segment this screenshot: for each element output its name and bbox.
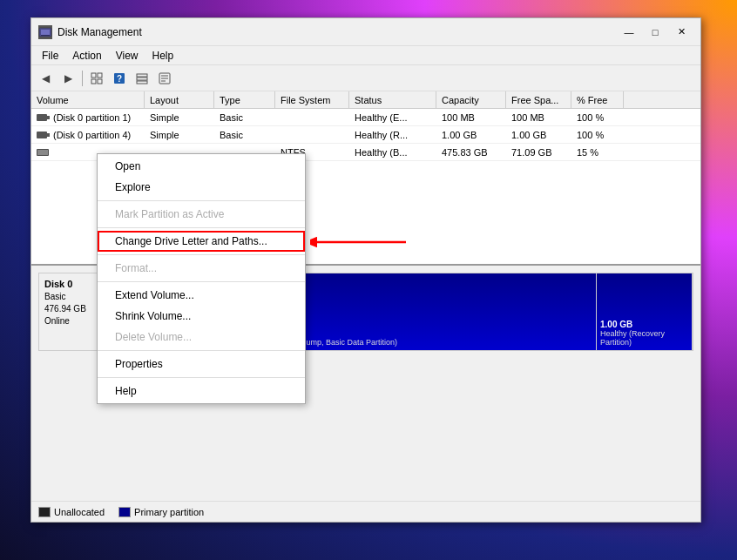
minimize-button[interactable]: — <box>617 23 641 42</box>
col-header-volume[interactable]: Volume <box>31 91 145 108</box>
svg-text:?: ? <box>117 74 122 84</box>
col-header-status[interactable]: Status <box>349 91 436 108</box>
menu-bar: File Action View Help <box>31 46 700 65</box>
cell-fs-1 <box>275 109 349 125</box>
table-header: Volume Layout Type File System Status Ca… <box>31 91 700 109</box>
help-toolbar-button[interactable]: ? <box>109 69 130 88</box>
cell-status-1: Healthy (E... <box>349 109 436 125</box>
cell-freespace-3: 71.09 GB <box>506 144 571 160</box>
svg-rect-17 <box>47 116 50 119</box>
table-row[interactable]: (Disk 0 partition 4) Simple Basic Health… <box>31 126 700 144</box>
ctx-separator-4 <box>98 281 305 282</box>
cell-capacity-1: 100 MB <box>436 109 506 125</box>
cell-freepct-2: 100 % <box>571 126 624 143</box>
cell-freepct-1: 100 % <box>571 109 624 125</box>
list-button[interactable] <box>132 69 152 88</box>
ctx-properties[interactable]: Properties <box>98 354 305 374</box>
ctx-separator-1 <box>98 200 305 201</box>
svg-rect-18 <box>37 132 47 138</box>
title-bar-buttons: — □ ✕ <box>617 23 693 42</box>
toolbar: ◀ ▶ ? <box>31 65 700 91</box>
cell-status-3: Healthy (B... <box>349 144 436 160</box>
svg-rect-6 <box>98 79 102 84</box>
ctx-format: Format... <box>98 258 305 279</box>
title-bar: Disk Management — □ ✕ <box>31 18 700 46</box>
legend-bar: Unallocated Primary partition <box>31 501 700 522</box>
cell-capacity-3: 475.83 GB <box>436 144 506 160</box>
toolbar-separator-1 <box>82 71 83 86</box>
cell-volume-2: (Disk 0 partition 4) <box>31 126 145 143</box>
properties-toolbar-button[interactable] <box>154 69 175 88</box>
legend-unallocated: Unallocated <box>38 507 105 517</box>
col-header-capacity[interactable]: Capacity <box>436 91 506 108</box>
svg-rect-2 <box>41 35 50 36</box>
back-button[interactable]: ◀ <box>35 69 56 88</box>
svg-rect-1 <box>41 30 50 35</box>
cell-type-1: Basic <box>214 109 275 125</box>
cell-freespace-1: 100 MB <box>506 109 571 125</box>
cell-type-2: Basic <box>214 126 275 143</box>
menu-file[interactable]: File <box>35 48 65 64</box>
cell-fs-2 <box>275 126 349 143</box>
disk-management-window: Disk Management — □ ✕ File Action View H… <box>30 17 701 523</box>
menu-action[interactable]: Action <box>65 48 108 64</box>
col-header-freespace[interactable]: Free Spa... <box>506 91 571 108</box>
ctx-separator-2 <box>98 227 305 228</box>
legend-unallocated-box <box>38 507 51 517</box>
arrow-annotation <box>310 230 415 257</box>
cell-layout-1: Simple <box>145 109 214 125</box>
ctx-open[interactable]: Open <box>98 156 305 177</box>
svg-rect-4 <box>98 73 102 78</box>
ctx-change-drive-letter[interactable]: Change Drive Letter and Paths... <box>98 231 305 252</box>
cell-freespace-2: 1.00 GB <box>506 126 571 143</box>
menu-view[interactable]: View <box>109 48 145 64</box>
menu-help[interactable]: Help <box>145 48 181 64</box>
svg-rect-3 <box>91 73 96 78</box>
cell-layout-2: Simple <box>145 126 214 143</box>
svg-rect-9 <box>137 74 147 77</box>
ctx-extend[interactable]: Extend Volume... <box>98 285 305 306</box>
maximize-button[interactable]: □ <box>643 23 667 42</box>
context-menu: Open Explore Mark Partition as Active Ch… <box>97 153 306 404</box>
legend-primary: Primary partition <box>118 507 204 517</box>
svg-rect-10 <box>137 78 147 80</box>
legend-primary-box <box>118 507 131 517</box>
ctx-help[interactable]: Help <box>98 381 305 401</box>
partition-recovery-sublabel: Healthy (Recovery Partition) <box>600 329 688 347</box>
cell-status-2: Healthy (R... <box>349 126 436 143</box>
svg-rect-19 <box>47 133 50 137</box>
legend-unallocated-label: Unallocated <box>54 507 105 517</box>
svg-rect-16 <box>37 114 47 121</box>
svg-rect-5 <box>91 79 96 84</box>
cell-capacity-2: 1.00 GB <box>436 126 506 143</box>
cell-volume-1: (Disk 0 partition 1) <box>31 109 145 125</box>
cell-freepct-3: 15 % <box>571 144 624 160</box>
ctx-explore[interactable]: Explore <box>98 177 305 198</box>
svg-rect-21 <box>37 150 48 155</box>
forward-button[interactable]: ▶ <box>57 69 78 88</box>
partition-recovery-label: 1.00 GB <box>600 320 688 329</box>
window-title: Disk Management <box>57 26 617 38</box>
ctx-delete: Delete Volume... <box>98 327 305 347</box>
ctx-separator-3 <box>98 254 305 255</box>
col-header-layout[interactable]: Layout <box>145 91 214 108</box>
svg-rect-11 <box>137 81 147 84</box>
col-header-freepct[interactable]: % Free <box>571 91 624 108</box>
partition-recovery[interactable]: 1.00 GB Healthy (Recovery Partition) <box>597 273 693 350</box>
col-header-type[interactable]: Type <box>214 91 275 108</box>
legend-primary-label: Primary partition <box>134 507 204 517</box>
arrow-svg <box>310 230 415 254</box>
ctx-separator-5 <box>98 350 305 351</box>
col-header-filesystem[interactable]: File System <box>275 91 349 108</box>
table-row[interactable]: (Disk 0 partition 1) Simple Basic Health… <box>31 109 700 126</box>
ctx-mark-active: Mark Partition as Active <box>98 204 305 225</box>
window-icon <box>38 25 52 39</box>
grid-button[interactable] <box>86 69 107 88</box>
ctx-shrink[interactable]: Shrink Volume... <box>98 306 305 327</box>
close-button[interactable]: ✕ <box>669 23 693 42</box>
ctx-separator-6 <box>98 377 305 378</box>
